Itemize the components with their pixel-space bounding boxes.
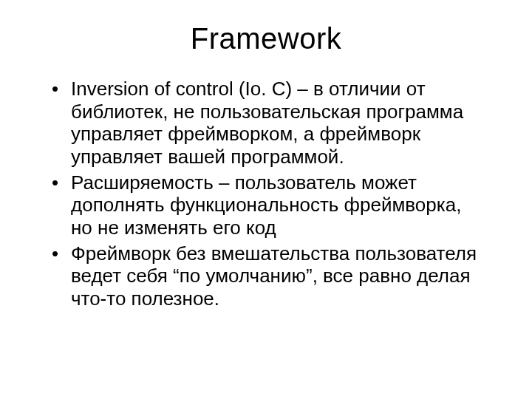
list-item: Расширяемость – пользователь может допол… — [52, 171, 488, 239]
list-item: Inversion of control (Io. C) – в отличии… — [52, 78, 488, 168]
slide: Framework Inversion of control (Io. C) –… — [0, 0, 532, 399]
slide-title: Framework — [22, 22, 510, 55]
list-item: Фреймворк без вмешательства пользователя… — [52, 242, 488, 310]
bullet-list: Inversion of control (Io. C) – в отличии… — [52, 78, 488, 310]
